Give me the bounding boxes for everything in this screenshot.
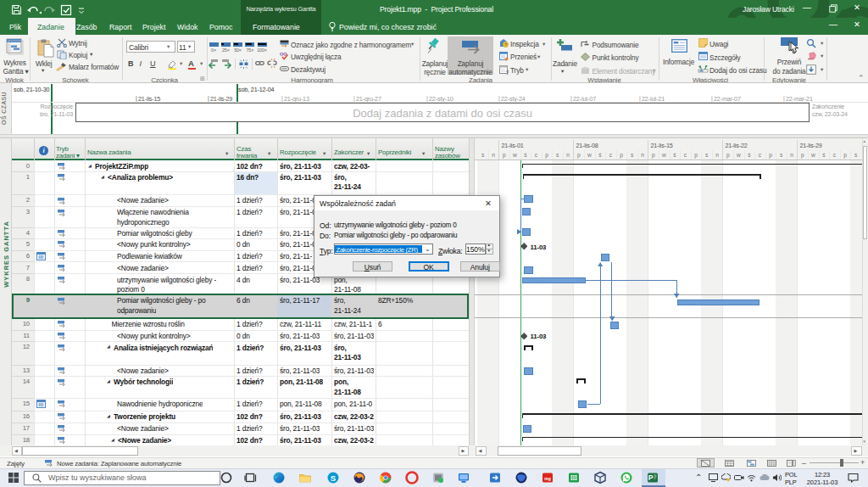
svg-text:P: P (648, 473, 654, 482)
svg-text:?: ? (504, 42, 507, 48)
svg-text:mg: mg (544, 475, 551, 480)
svg-text:?: ? (506, 69, 509, 75)
svg-text:S: S (331, 473, 336, 482)
